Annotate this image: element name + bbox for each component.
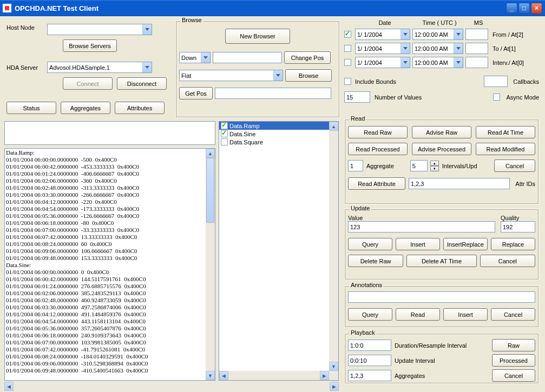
log-panel[interactable]: Data.Ramp:01/01/2004 06:00:00.0000000 -5… [4, 148, 215, 381]
time-row-check-0[interactable] [344, 31, 351, 38]
insert-replace-button[interactable]: InsertReplace [443, 238, 488, 250]
hda-server-combo[interactable]: Advosol.HDASample.1 [47, 62, 152, 73]
close-button[interactable]: × [531, 3, 542, 14]
scroll-thumb[interactable] [206, 158, 214, 223]
num-values-input[interactable] [344, 91, 370, 103]
log-line: 01/01/2004 06:02:06.0000000 -360 0x400C0 [6, 177, 214, 184]
item-check[interactable] [221, 138, 228, 145]
playback-cancel-button[interactable]: Cancel [492, 369, 535, 382]
hda-server-label: HDA Server [6, 64, 45, 71]
log-line: 01/01/2004 06:03:30.0000000 -266.6666667… [6, 191, 214, 198]
playback-aggregates-input[interactable] [348, 370, 391, 381]
status-button[interactable]: Status [6, 102, 56, 114]
update-interval-input[interactable] [348, 355, 391, 366]
annot-cancel-button[interactable]: Cancel [491, 308, 535, 321]
duration-input[interactable] [348, 340, 391, 351]
time-combo-0[interactable]: 12:00:00 AM [412, 29, 463, 40]
browse-button[interactable]: Browse [285, 69, 332, 82]
date-combo-0[interactable]: 1/ 1/2004 [355, 29, 410, 40]
read-raw-button[interactable]: Read Raw [348, 126, 408, 138]
date-combo-2[interactable]: 1/ 1/2004 [355, 57, 410, 68]
read-cancel-button[interactable]: Cancel [494, 160, 535, 172]
item-list[interactable]: Data.RampData.SineData.Square ▲ ▼ ◀ ▶ [219, 121, 339, 381]
callbacks-value[interactable] [484, 76, 508, 87]
time-filter-area: Date Time ( UTC ) MS 1/ 1/200412:00:00 A… [344, 19, 539, 103]
advise-processed-button[interactable]: Advise Processed [412, 143, 471, 155]
log-line: Data.Ramp: [6, 149, 214, 156]
attr-ids-input[interactable] [409, 178, 510, 189]
list-item[interactable]: Data.Square [219, 138, 338, 146]
intervals-stepper[interactable]: ▲▼ [430, 161, 439, 171]
update-query-button[interactable]: Query [348, 238, 392, 250]
date-combo-1[interactable]: 1/ 1/2004 [355, 43, 410, 54]
annotation-input[interactable] [348, 291, 535, 303]
include-bounds-check[interactable] [344, 78, 351, 85]
aggregate-input[interactable] [348, 160, 363, 171]
new-browser-button[interactable]: New Browser [225, 29, 290, 44]
info-panel[interactable] [4, 121, 215, 145]
log-line: 01/01/2004 06:00:00.0000000 -500 0x400C0 [6, 156, 214, 163]
scroll-right-icon: ▶ [320, 371, 329, 380]
scrollbar-vertical[interactable]: ▲ ▼ [206, 149, 215, 380]
update-value-input[interactable] [348, 221, 495, 232]
read-attribute-button[interactable]: Read Attribute [348, 177, 405, 190]
time-row-check-1[interactable] [344, 45, 351, 52]
read-at-time-button[interactable]: Read At Time [476, 126, 535, 138]
ms-input-2[interactable] [465, 57, 488, 68]
update-interval-label: Update Interval [395, 357, 489, 364]
playback-processed-button[interactable]: Processed [492, 354, 535, 367]
log-line: 01/01/2004 06:07:42.0000000 13.33333333 … [6, 234, 214, 241]
get-pos-output[interactable] [215, 88, 331, 99]
aggregates-button[interactable]: Aggregates [61, 102, 110, 114]
connect-button[interactable]: Connect [63, 77, 113, 90]
ms-input-1[interactable] [465, 43, 488, 54]
delete-at-time-button[interactable]: Delete AT Time [406, 255, 477, 267]
quality-label: Quality [501, 215, 535, 221]
scrollbar-vertical[interactable]: ▲ ▼ [329, 122, 338, 380]
list-item[interactable]: Data.Sine [219, 130, 338, 138]
delete-raw-button[interactable]: Delete Raw [348, 255, 403, 267]
disconnect-button[interactable]: Disconnect [117, 77, 167, 90]
ms-input-0[interactable] [465, 29, 488, 40]
list-item[interactable]: Data.Ramp [219, 122, 338, 130]
annot-read-button[interactable]: Read [396, 308, 440, 321]
maximize-button[interactable]: □ [518, 3, 530, 14]
replace-button[interactable]: Replace [491, 238, 535, 250]
time-combo-2[interactable]: 12:00:00 AM [412, 57, 463, 68]
update-group: Update Value Quality Query Insert Insert… [344, 209, 539, 280]
bottom-scrollbar[interactable]: ◀ ▶ [4, 382, 339, 391]
num-values-label: Number of Values [375, 94, 422, 101]
update-insert-button[interactable]: Insert [396, 238, 440, 250]
item-check[interactable] [221, 122, 228, 129]
update-cancel-button[interactable]: Cancel [480, 255, 535, 267]
read-title: Read [349, 115, 366, 122]
annot-insert-button[interactable]: Insert [443, 308, 488, 321]
time-combo-1[interactable]: 12:00:00 AM [412, 43, 463, 54]
advise-raw-button[interactable]: Advise Raw [412, 126, 471, 138]
async-mode-check[interactable] [493, 94, 500, 101]
item-check[interactable] [221, 130, 228, 137]
minimize-button[interactable]: _ [506, 3, 517, 14]
browse-direction-combo[interactable]: Down [179, 52, 211, 63]
update-quality-input[interactable] [501, 221, 535, 232]
app-icon [3, 4, 11, 12]
browse-position-input[interactable] [213, 52, 282, 63]
scroll-down-icon: ▼ [329, 362, 338, 371]
read-processed-button[interactable]: Read Processed [348, 143, 408, 155]
attributes-button[interactable]: Attributes [115, 102, 165, 114]
intervals-input[interactable] [410, 160, 428, 171]
time-row-check-2[interactable] [344, 59, 351, 66]
browse-mode-combo[interactable]: Flat [179, 70, 283, 81]
read-modified-button[interactable]: Read Modified [476, 143, 535, 155]
log-line: 01/01/2004 06:01:24.0000000 276.68857155… [6, 283, 214, 290]
get-pos-button[interactable]: Get Pos [179, 87, 213, 99]
time-row-label-0: From / At[2] [493, 31, 523, 38]
browse-servers-button[interactable]: Browse Servers [63, 39, 117, 52]
scrollbar-horizontal[interactable]: ◀ ▶ [219, 371, 338, 380]
change-pos-button[interactable]: Change Pos [284, 51, 331, 64]
playback-raw-button[interactable]: Raw [492, 339, 535, 351]
host-node-combo[interactable] [47, 24, 152, 35]
playback-group: Playback Duration/Resample Interval Raw … [344, 333, 539, 384]
annot-query-button[interactable]: Query [348, 308, 392, 321]
log-line: 01/01/2004 06:04:54.0000000 443.11581131… [6, 318, 214, 325]
